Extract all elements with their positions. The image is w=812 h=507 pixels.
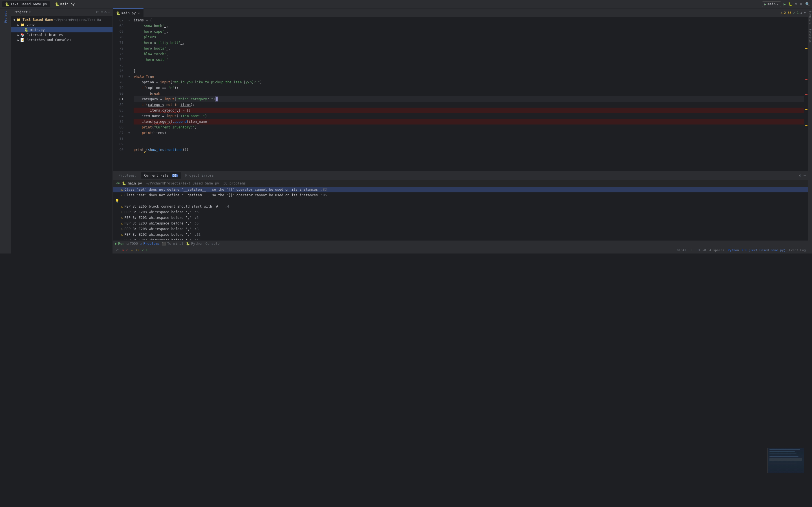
collapse-icon[interactable]: ≡ (101, 10, 103, 14)
main-file-label: main.py (60, 2, 75, 6)
run-button-bottom[interactable]: ▶ Run (115, 242, 124, 245)
problem-location-3: :6 (195, 210, 199, 214)
problem-item-2[interactable]: ⚠ PEP 8: E265 block comment should start… (113, 204, 808, 209)
python-version[interactable]: Python 3.9 (Text Based Game.py) (728, 248, 785, 252)
tree-main-py[interactable]: ▶ 🐍 main.py (11, 27, 112, 33)
venv-icon: 📁 (20, 23, 26, 27)
structure-label[interactable]: Structure (808, 8, 812, 27)
problem-warn-icon-4: ⚠ (121, 216, 123, 220)
problems-button[interactable]: ⚠ Problems (140, 242, 160, 245)
panel-settings-icon[interactable]: ⚙ (799, 173, 801, 177)
tab-close-icon[interactable]: ✕ (138, 11, 140, 15)
problem-text-2: PEP 8: E265 block comment should start w… (124, 205, 222, 209)
tree-root[interactable]: ▼ 📁 Text Based Game ~/PycharmProjects/Te… (11, 17, 112, 22)
problem-file-path: main.py ~/PycharmProjects/Text Based Gam… (128, 181, 246, 185)
fold-85 (127, 119, 132, 124)
editor-tab-main[interactable]: 🐍 main.py ✕ (113, 8, 144, 17)
fold-gutter: ▼ ▼ ▼ (127, 17, 132, 171)
title-tab-main[interactable]: 🐍 main.py (52, 1, 78, 7)
main-layout: Project Project ▾ ⟳ ≡ ⚙ — ▼ 📁 Text Based… (0, 8, 812, 253)
tab-label: main.py (121, 11, 136, 15)
fold-77[interactable]: ▼ (127, 74, 132, 79)
project-errors-tab[interactable]: Project Errors (182, 172, 217, 179)
run-config-chevron: ▾ (777, 2, 779, 6)
run-button[interactable]: ▶ (783, 2, 786, 6)
fold-76[interactable] (127, 68, 132, 74)
problem-warn-icon-5: ⚠ (121, 221, 123, 225)
fold-87[interactable]: ▼ (127, 130, 132, 136)
problem-item-7[interactable]: ⚠ PEP 8: E203 whitespace before ',' :11 (113, 232, 808, 237)
charset[interactable]: UTF-8 (697, 248, 706, 252)
fold-70 (127, 34, 132, 40)
todo-button[interactable]: ☑ TODO (126, 242, 138, 245)
scroll-down-icon[interactable]: ▼ (804, 11, 806, 15)
problem-item-info[interactable]: 💡 (113, 198, 808, 204)
code-line-79: if(option == 'n'): (134, 85, 804, 91)
fold-67[interactable]: ▼ (127, 17, 132, 23)
tree-venv[interactable]: ▶ 📁 venv (11, 22, 112, 27)
tab-icon: 🐍 (116, 11, 120, 15)
sync-icon[interactable]: ⟳ (96, 10, 99, 14)
root-folder-icon: 📁 (16, 18, 21, 22)
bottom-panel-icons: ⚙ — (799, 173, 806, 177)
search-button[interactable]: 🔍 (805, 2, 810, 6)
scroll-up-icon[interactable]: ▲ (801, 11, 802, 15)
python-console-button[interactable]: 🐍 Python Console (186, 242, 220, 245)
pause-button[interactable]: ⏸ (799, 2, 803, 6)
code-line-86: print("Current Inventory:") (134, 124, 804, 130)
problem-item-1[interactable]: ⚠ Class 'set' does not define '__getitem… (113, 192, 808, 198)
tree-external-libs[interactable]: ▶ 📚 External Libraries (11, 33, 112, 38)
problem-location-6: :8 (195, 227, 199, 231)
code-line-80: break (134, 91, 804, 96)
fold-89 (127, 142, 132, 147)
project-file-icon: 🐍 (5, 2, 9, 6)
event-log[interactable]: Event Log (789, 248, 806, 252)
line-ending[interactable]: LF (690, 248, 693, 252)
problem-item-6[interactable]: ⚠ PEP 8: E203 whitespace before ',' :8 (113, 226, 808, 232)
code-line-78: option = input("Would you like to pickup… (134, 79, 804, 85)
scratches-arrow: ▶ (16, 39, 20, 42)
close-panel-icon[interactable]: — (108, 10, 110, 14)
bottom-tool-buttons: ▶ Run ☑ TODO ⚠ Problems ⬛ Terminal 🐍 (113, 240, 808, 247)
title-tab-project[interactable]: 🐍 Text Based Game.py (2, 1, 50, 7)
tree-settings-icon[interactable]: ⚙ (105, 10, 107, 14)
project-expand-icon: ▾ (29, 10, 31, 14)
ln-75: 75 (113, 62, 123, 68)
terminal-button[interactable]: ⬛ Terminal (162, 242, 184, 245)
problem-item-5[interactable]: ⚠ PEP 8: E203 whitespace before ',' :6 (113, 221, 808, 226)
ln-70: 70 (113, 34, 123, 40)
problem-warn-icon-3: ⚠ (121, 210, 123, 214)
editor-tabs: 🐍 main.py ✕ ⚠ 2 33 ✓ 1 ▲ ▼ (113, 8, 808, 17)
project-header: Project ▾ ⟳ ≡ ⚙ — (11, 8, 112, 16)
ln-69: 69 (113, 29, 123, 34)
settings-button[interactable]: ⚙ (795, 2, 797, 6)
extlibs-arrow: ▶ (16, 34, 20, 37)
problems-list: ⚠ Class 'set' does not define '__setitem… (113, 187, 808, 240)
ln-73: 73 (113, 51, 123, 57)
problem-item-3[interactable]: ⚠ PEP 8: E203 whitespace before ',' :6 (113, 209, 808, 215)
problem-item-4[interactable]: ⚠ PEP 8: E203 whitespace before ',' :6 (113, 215, 808, 221)
cursor-position[interactable]: 81:41 (677, 248, 686, 252)
favorites-label[interactable]: Favorites (808, 27, 812, 45)
code-content[interactable]: items = { 'snow bomb'_, 'hero cape'_, 'p… (132, 17, 804, 171)
fold-80 (127, 91, 132, 96)
left-icon-project[interactable]: Project (1, 12, 11, 22)
code-line-76: } (134, 68, 804, 74)
current-file-tab[interactable]: Current File 36 (141, 172, 181, 179)
terminal-icon: ⬛ (162, 242, 166, 245)
debug-button[interactable]: 🐛 (788, 2, 793, 6)
problem-item-0[interactable]: ⚠ Class 'set' does not define '__setitem… (113, 187, 808, 192)
code-line-68: 'snow bomb'_, (134, 23, 804, 29)
ln-86: 86 (113, 124, 123, 130)
run-config-dropdown[interactable]: ▶ main ▾ (762, 1, 781, 7)
extlibs-label: External Libraries (27, 33, 63, 37)
problem-item-8[interactable]: ⚠ PEP 8: E203 whitespace before ',' :13 (113, 237, 808, 240)
indent-type[interactable]: 4 spaces (709, 248, 724, 252)
todo-icon: ☑ (126, 242, 129, 245)
code-editor[interactable]: 67 68 69 70 71 72 73 74 75 76 77 78 79 8… (113, 17, 808, 171)
warning-marker-2 (805, 109, 808, 110)
tree-scratches[interactable]: ▶ 📝 Scratches and Consoles (11, 38, 112, 43)
problem-text-6: PEP 8: E203 whitespace before ',' (124, 227, 192, 231)
problem-error-icon-1: ⚠ (121, 193, 123, 197)
panel-minimize-icon[interactable]: — (804, 173, 806, 177)
